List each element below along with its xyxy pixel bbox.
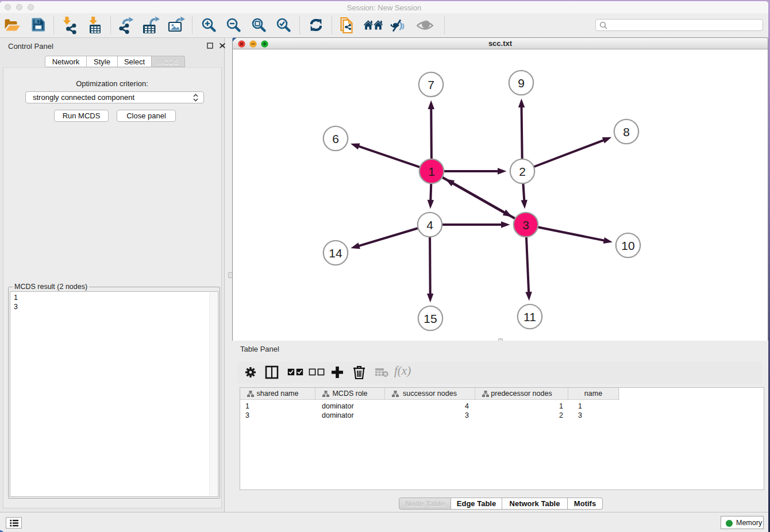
svg-text:1: 1 bbox=[428, 165, 435, 178]
svg-text:8: 8 bbox=[623, 125, 630, 138]
svg-text:9: 9 bbox=[518, 76, 525, 90]
svg-text:6: 6 bbox=[332, 132, 339, 145]
svg-text:4: 4 bbox=[426, 218, 433, 232]
svg-text:7: 7 bbox=[428, 78, 434, 91]
svg-text:14: 14 bbox=[329, 246, 342, 260]
svg-text:10: 10 bbox=[621, 239, 634, 252]
svg-text:15: 15 bbox=[424, 312, 437, 325]
svg-text:11: 11 bbox=[523, 310, 536, 323]
svg-text:2: 2 bbox=[519, 165, 526, 178]
svg-text:3: 3 bbox=[522, 218, 529, 232]
